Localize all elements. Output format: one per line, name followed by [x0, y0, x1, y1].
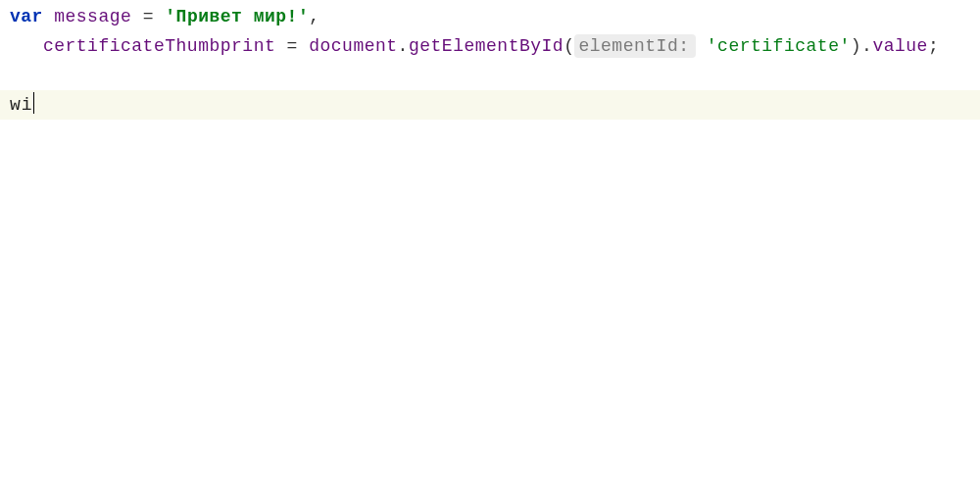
identifier-certificate: certificateThumbprint — [43, 36, 275, 56]
space — [696, 36, 707, 56]
space — [154, 7, 165, 26]
string-literal: 'Привет мир!' — [165, 7, 309, 26]
space — [131, 7, 142, 26]
code-line-4-current[interactable]: wi — [0, 90, 980, 120]
rparen: ) — [851, 36, 861, 56]
identifier-message: message — [54, 7, 131, 26]
text-caret — [33, 92, 35, 114]
property-value: value — [872, 36, 928, 56]
operator-equals: = — [143, 7, 154, 26]
space — [298, 36, 309, 56]
string-literal: 'certificate' — [707, 36, 851, 56]
typed-text: wi — [10, 95, 33, 115]
code-line-3[interactable] — [0, 61, 980, 90]
space — [275, 36, 286, 56]
dot-operator: . — [398, 36, 409, 56]
comma: , — [309, 7, 319, 26]
lparen: ( — [564, 36, 574, 56]
dot-operator: . — [861, 36, 872, 56]
operator-equals: = — [287, 36, 298, 56]
keyword-var: var — [10, 7, 43, 26]
code-line-2[interactable]: certificateThumbprint = document.getElem… — [0, 31, 980, 61]
semicolon: ; — [928, 36, 939, 56]
parameter-hint: elementId: — [574, 34, 695, 58]
method-getelementbyid: getElementById — [409, 36, 564, 56]
code-editor[interactable]: var message = 'Привет мир!', certificate… — [0, 0, 980, 496]
space — [43, 7, 54, 26]
code-line-1[interactable]: var message = 'Привет мир!', — [0, 2, 980, 31]
identifier-document: document — [309, 36, 397, 56]
indent — [10, 36, 43, 56]
